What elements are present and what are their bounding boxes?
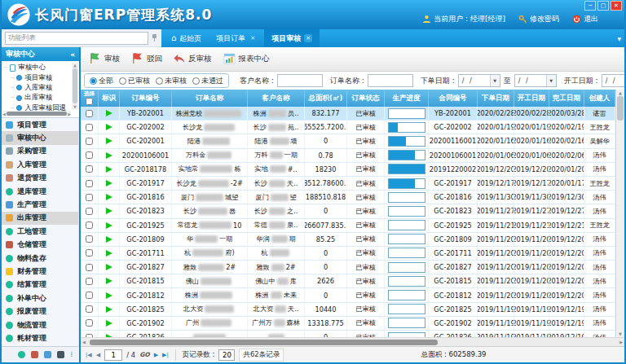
sidebar-item-仓储管理[interactable]: 仓储管理 bbox=[2, 239, 78, 252]
sidebar-item-工地管理[interactable]: 工地管理 bbox=[2, 225, 78, 238]
start-date-picker[interactable]: / / ▼ bbox=[602, 74, 624, 87]
dropdown-icon[interactable]: ▼ bbox=[546, 75, 556, 86]
row-checkbox[interactable] bbox=[86, 180, 93, 187]
tree-vertical-scrollbar[interactable]: ▲▼ bbox=[72, 63, 78, 109]
sidebar-item-出库管理[interactable]: 出库管理 bbox=[2, 212, 78, 225]
grid-horizontal-scrollbar[interactable]: ◀ ▶ bbox=[81, 337, 624, 346]
shortcut-edit-icon[interactable] bbox=[44, 351, 51, 358]
sidebar-item-耗材管理[interactable]: 耗材管理 bbox=[2, 331, 78, 344]
radio-全部[interactable]: 全部 bbox=[90, 76, 113, 86]
prev-page-button[interactable]: ◀ bbox=[96, 352, 100, 358]
sidebar-item-报废管理[interactable]: 报废管理 bbox=[2, 305, 78, 318]
customer-name-input[interactable] bbox=[277, 74, 323, 87]
close-tab-icon[interactable]: ✕ bbox=[249, 34, 257, 42]
row-checkbox[interactable] bbox=[86, 249, 93, 257]
row-select-cell[interactable] bbox=[81, 288, 99, 301]
row-select-cell[interactable] bbox=[81, 219, 99, 232]
row-checkbox[interactable] bbox=[86, 110, 93, 117]
row-select-cell[interactable] bbox=[81, 177, 99, 190]
collapse-sidebar-icon[interactable]: « bbox=[70, 50, 75, 59]
tree-item-项目审核[interactable]: ┄项目审核 bbox=[4, 72, 71, 82]
row-select-cell[interactable] bbox=[81, 261, 99, 274]
shortcut-cart-icon[interactable] bbox=[31, 351, 38, 358]
radio-未通过[interactable]: 未通过 bbox=[192, 76, 223, 86]
scroll-down-icon[interactable]: ▼ bbox=[619, 331, 622, 336]
row-select-cell[interactable] bbox=[81, 163, 99, 176]
radio-input-未通过[interactable] bbox=[192, 77, 200, 85]
horizontal-scroll-thumb[interactable] bbox=[90, 340, 438, 345]
tab-overflow-icon[interactable]: ▼ bbox=[617, 36, 624, 42]
radio-input-已审核[interactable] bbox=[119, 77, 126, 85]
tree-horizontal-scrollbar[interactable]: ◀▶ bbox=[2, 111, 71, 116]
scroll-up-icon[interactable]: ▲ bbox=[619, 90, 622, 95]
sidebar-item-结算管理[interactable]: 结算管理 bbox=[2, 278, 78, 292]
select-all-checkbox[interactable] bbox=[86, 98, 93, 105]
change-password-button[interactable]: 修改密码 bbox=[518, 14, 559, 24]
row-checkbox[interactable] bbox=[86, 151, 93, 159]
row-checkbox[interactable] bbox=[86, 278, 93, 285]
驳回-button[interactable]: 驳回 bbox=[131, 52, 162, 66]
row-select-cell[interactable] bbox=[81, 331, 99, 337]
sidebar-item-审核中心[interactable]: 审核中心 bbox=[2, 131, 78, 144]
table-row[interactable]: GC-202001陆港陆港墙0已审核202001160012020/01/162… bbox=[81, 134, 615, 148]
shortcut-user-icon[interactable] bbox=[57, 351, 64, 358]
order-date-to-picker[interactable]: / / ▼ bbox=[514, 74, 557, 87]
row-checkbox[interactable] bbox=[86, 221, 93, 229]
close-button[interactable]: ✕ bbox=[611, 1, 622, 11]
row-checkbox[interactable] bbox=[86, 235, 93, 243]
order-name-input[interactable] bbox=[368, 74, 413, 87]
dropdown-icon[interactable]: ▼ bbox=[490, 75, 500, 86]
row-select-cell[interactable] bbox=[81, 274, 99, 287]
sidebar-item-入库管理[interactable]: 入库管理 bbox=[2, 158, 78, 171]
table-row[interactable]: GC-201812株洲株洲未来0已审核GC-2018122019/11/2020… bbox=[81, 288, 615, 302]
table-row[interactable]: GC-201711杭府)杭0已审核GC-2017112019/11/202019… bbox=[81, 247, 615, 261]
table-row[interactable]: GC-2018178实地常栋实地#..18230已审核2019122000220… bbox=[81, 163, 615, 177]
row-select-cell[interactable] bbox=[81, 107, 99, 120]
row-checkbox[interactable] bbox=[86, 208, 93, 215]
page-number-input[interactable] bbox=[104, 349, 122, 361]
row-select-cell[interactable] bbox=[81, 303, 99, 316]
function-search-input[interactable] bbox=[5, 32, 148, 45]
go-button[interactable]: GO bbox=[139, 351, 150, 358]
table-row[interactable]: GC-201816厦门城望厦门望188510.818已审核GC-20181620… bbox=[81, 191, 615, 204]
scroll-right-icon[interactable]: ▶ bbox=[619, 340, 623, 344]
row-select-cell[interactable] bbox=[81, 191, 99, 204]
sidebar-item-采购管理[interactable]: 采购管理 bbox=[2, 145, 78, 158]
page-size-input[interactable] bbox=[218, 349, 235, 361]
sidebar-item-项目管理[interactable]: 项目管理 bbox=[2, 118, 78, 131]
row-checkbox[interactable] bbox=[86, 319, 93, 327]
last-page-button[interactable]: ▶| bbox=[162, 352, 169, 358]
row-select-cell[interactable] bbox=[81, 149, 99, 162]
tab-项目审核[interactable]: 项目审核✕ bbox=[264, 29, 320, 47]
反审核-button[interactable]: 反审核 bbox=[174, 53, 212, 65]
table-row[interactable]: GC-201823长沙器长沙之..0已审核GC-2018232019/11/27… bbox=[81, 204, 615, 218]
pin-icon[interactable] bbox=[151, 34, 158, 42]
order-date-from-picker[interactable]: / / ▼ bbox=[458, 74, 500, 87]
table-row[interactable]: GC-201827雅致2#雅致2#0已审核GC-2018272019/11/20… bbox=[81, 261, 615, 274]
tree-item-入库审核[interactable]: ┄入库审核 bbox=[4, 83, 71, 93]
table-row[interactable]: YB-202001株洲党校株洲员..832.177已审核YB-202001202… bbox=[81, 107, 615, 121]
sidebar-item-物流管理[interactable]: 物流管理 bbox=[2, 318, 78, 331]
table-row[interactable]: GC-2018260已审核GC-2018262019/11/192019/11/… bbox=[81, 331, 615, 337]
maximize-button[interactable]: □ bbox=[597, 1, 609, 11]
next-page-button[interactable]: ▶ bbox=[154, 352, 158, 358]
sidebar-item-退库管理[interactable]: 退库管理 bbox=[2, 185, 78, 198]
row-checkbox[interactable] bbox=[86, 194, 93, 201]
table-row[interactable]: GC-202002长沙龙长沙苑..65525.7200..已审核GC-20200… bbox=[81, 121, 615, 134]
row-select-cell[interactable] bbox=[81, 247, 99, 260]
table-row[interactable]: GC-201925常德龙10常德泉..266077.835..已审核GC-201… bbox=[81, 219, 615, 233]
column-header-选择[interactable]: 选择 bbox=[81, 90, 99, 107]
row-select-cell[interactable] bbox=[81, 233, 99, 246]
row-checkbox[interactable] bbox=[86, 292, 93, 299]
row-checkbox[interactable] bbox=[86, 124, 93, 131]
row-checkbox[interactable] bbox=[86, 165, 93, 173]
tab-起始页[interactable]: ⌂起始页 bbox=[164, 29, 209, 47]
table-row[interactable]: GC-201809华一期华润期85.25已审核GC-2018092019/11/… bbox=[81, 233, 615, 247]
row-select-cell[interactable] bbox=[81, 204, 99, 217]
radio-未审核[interactable]: 未审核 bbox=[156, 76, 187, 86]
radio-已审核[interactable]: 已审核 bbox=[119, 76, 150, 86]
overflow-dots-icon[interactable]: ⁞ bbox=[70, 351, 73, 358]
table-row[interactable]: 20200106001万科金万科一期0.78已审核202001060012020… bbox=[81, 149, 615, 163]
table-row[interactable]: GC-201815佛山佛山中库2626已审核GC-2018152019/11/2… bbox=[81, 274, 615, 288]
close-tab-icon[interactable]: ✕ bbox=[304, 34, 312, 42]
